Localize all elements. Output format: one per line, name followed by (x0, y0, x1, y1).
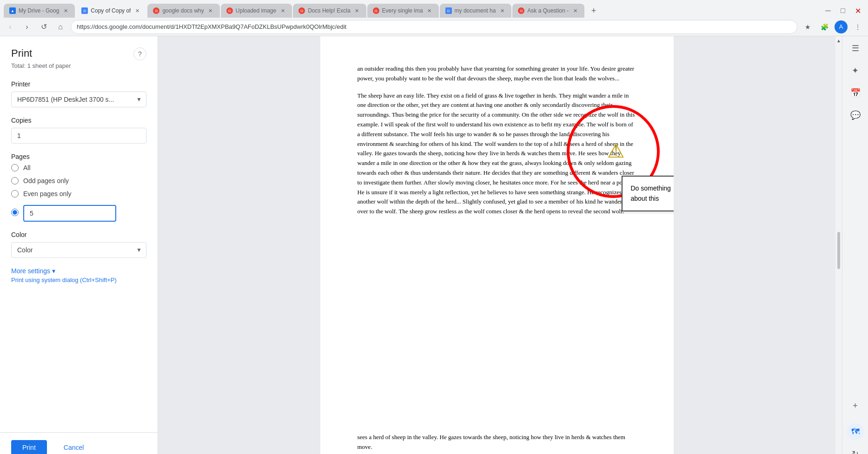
new-tab-button[interactable]: + (587, 4, 600, 17)
printer-select[interactable]: HP6D7851 (HP DeskJet 3700 s... (11, 92, 146, 107)
tab-ask-question-label: Ask a Question - (527, 7, 569, 14)
doc-paragraph-1-text: an outsider reading this then you probab… (358, 65, 635, 82)
tab-google-docs[interactable]: G google docs why ✕ (147, 4, 219, 18)
maximize-button[interactable]: □ (836, 4, 849, 17)
docs-favicon: D (81, 7, 88, 14)
pages-radio-group: All Odd pages only Even pages only (11, 164, 146, 222)
docs-favicon-7: D (445, 7, 452, 14)
profile-button[interactable]: A (835, 20, 848, 33)
tab-ask-question[interactable]: G Ask a Question - ✕ (512, 4, 584, 18)
google-favicon-6: G (373, 7, 379, 14)
tab-copy[interactable]: D Copy of Copy of ✕ (76, 4, 146, 18)
sidebar-sync-button[interactable]: ↻ (847, 446, 864, 454)
print-subtitle: Total: 1 sheet of paper (11, 62, 146, 69)
pages-all-option[interactable]: All (11, 164, 146, 171)
pages-odd-radio[interactable] (11, 177, 19, 184)
pages-even-option[interactable]: Even pages only (11, 190, 146, 197)
sidebar-menu-button[interactable]: ☰ (847, 40, 864, 57)
sidebar-star-button[interactable]: ✦ (847, 62, 864, 79)
extensions-button[interactable]: 🧩 (818, 20, 831, 33)
pages-even-radio[interactable] (11, 190, 19, 197)
doc-paragraph-2-text: The sheep have an easy life. They exist … (358, 92, 635, 215)
color-select-wrapper: Color ▼ (11, 242, 146, 258)
tab-google-docs-label: google docs why (162, 7, 204, 14)
tab-drive[interactable]: ▲ My Drive - Goog ✕ (4, 4, 75, 18)
tab-my-doc-close[interactable]: ✕ (498, 7, 506, 14)
pages-label: Pages (11, 153, 146, 160)
tab-copy-close[interactable]: ✕ (133, 7, 141, 14)
tab-docs-help[interactable]: G Docs Help! Excla ✕ (293, 4, 366, 18)
copies-input[interactable] (11, 128, 146, 144)
sidebar-add-button[interactable]: + (847, 397, 864, 414)
print-title: Print (11, 47, 32, 59)
forward-button[interactable]: › (20, 20, 33, 33)
browser-toolbar: ‹ › ↺ ⌂ https://docs.google.com/document… (0, 18, 868, 36)
copies-section: Copies (11, 117, 146, 144)
menu-button[interactable]: ⋮ (851, 20, 864, 33)
main-layout: Print ? Total: 1 sheet of paper Printer … (0, 36, 868, 454)
annotation-callout-text: Do something about this (631, 184, 671, 202)
tab-uploaded-label: Uploaded image (236, 7, 276, 14)
scroll-up-button[interactable]: ▲ (836, 38, 841, 43)
pages-custom-option[interactable] (11, 203, 146, 222)
tab-every-single-close[interactable]: ✕ (426, 7, 433, 14)
tab-bar: ▲ My Drive - Goog ✕ D Copy of Copy of ✕ … (0, 0, 868, 18)
more-settings-button[interactable]: More settings ▾ (11, 267, 146, 275)
print-help-button[interactable]: ? (133, 47, 146, 60)
tab-uploaded[interactable]: G Uploaded image ✕ (221, 4, 292, 18)
url-text: https://docs.google.com/document/d/1HXDT… (77, 23, 346, 30)
doc-bottom-section: sees a herd of sheep in the valley. He g… (158, 425, 835, 454)
close-button[interactable]: ✕ (851, 4, 864, 17)
sidebar-calendar-button[interactable]: 📅 (847, 85, 864, 101)
help-icon: ? (138, 50, 142, 58)
pages-custom-input[interactable] (23, 205, 116, 222)
tab-my-doc[interactable]: D my document ha ✕ (440, 4, 512, 18)
pages-section: Pages All Odd pages only Even pages only (11, 153, 146, 222)
pages-odd-option[interactable]: Odd pages only (11, 177, 146, 184)
copies-label: Copies (11, 117, 146, 124)
color-select[interactable]: Color (11, 242, 146, 258)
tab-copy-label: Copy of Copy of (91, 7, 131, 14)
user-avatar: A (835, 20, 848, 33)
doc-bottom-text: sees a herd of sheep in the valley. He g… (358, 434, 625, 450)
document-area: an outsider reading this then you probab… (158, 36, 835, 454)
print-button[interactable]: Print (11, 440, 47, 454)
minimize-button[interactable]: ─ (822, 4, 835, 17)
google-favicon-3: G (153, 7, 159, 14)
cancel-button[interactable]: Cancel (53, 440, 95, 454)
printer-select-wrapper: HP6D7851 (HP DeskJet 3700 s... ▼ (11, 92, 146, 107)
printer-section: Printer HP6D7851 (HP DeskJet 3700 s... ▼ (11, 80, 146, 107)
sidebar-chat-button[interactable]: 💬 (847, 107, 864, 124)
more-settings-label: More settings (11, 267, 50, 275)
tab-uploaded-close[interactable]: ✕ (279, 7, 286, 14)
tab-google-docs-close[interactable]: ✕ (207, 7, 214, 14)
scrollbar-thumb[interactable] (837, 232, 840, 269)
doc-paragraph-2: The sheep have an easy life. They exist … (358, 91, 636, 217)
print-title-row: Print ? (11, 47, 146, 60)
tab-docs-help-close[interactable]: ✕ (353, 7, 361, 14)
bookmarks-button[interactable]: ★ (801, 20, 814, 33)
google-favicon-8: G (518, 7, 524, 14)
pages-all-radio[interactable] (11, 164, 19, 171)
document-page: an outsider reading this then you probab… (320, 36, 674, 454)
google-favicon-4: G (226, 7, 233, 14)
sidebar-maps-button[interactable]: 🗺 (847, 423, 864, 440)
tab-drive-label: My Drive - Goog (19, 7, 59, 14)
doc-bottom-text-container: sees a herd of sheep in the valley. He g… (320, 425, 674, 454)
print-system-dialog-link[interactable]: Print using system dialog (Ctrl+Shift+P) (11, 276, 146, 283)
right-sidebar: ☰ ✦ 📅 💬 + 🗺 ↻ (842, 36, 868, 454)
tab-ask-question-close[interactable]: ✕ (571, 7, 579, 14)
back-button[interactable]: ‹ (4, 20, 17, 33)
chevron-down-icon: ▾ (52, 267, 55, 275)
main-scrollbar[interactable]: ▲ ▼ (835, 36, 842, 454)
address-bar[interactable]: https://docs.google.com/document/d/1HXDT… (71, 20, 797, 34)
tab-drive-close[interactable]: ✕ (62, 7, 69, 14)
print-dialog-content: Print ? Total: 1 sheet of paper Printer … (0, 36, 158, 432)
reload-button[interactable]: ↺ (37, 20, 50, 33)
tab-my-doc-label: my document ha (455, 7, 496, 14)
home-button[interactable]: ⌂ (54, 20, 67, 33)
pages-custom-radio[interactable] (11, 209, 19, 216)
tab-every-single[interactable]: G Every single ima ✕ (367, 4, 439, 18)
pages-all-label: All (23, 164, 31, 171)
pages-even-label: Even pages only (23, 190, 72, 197)
